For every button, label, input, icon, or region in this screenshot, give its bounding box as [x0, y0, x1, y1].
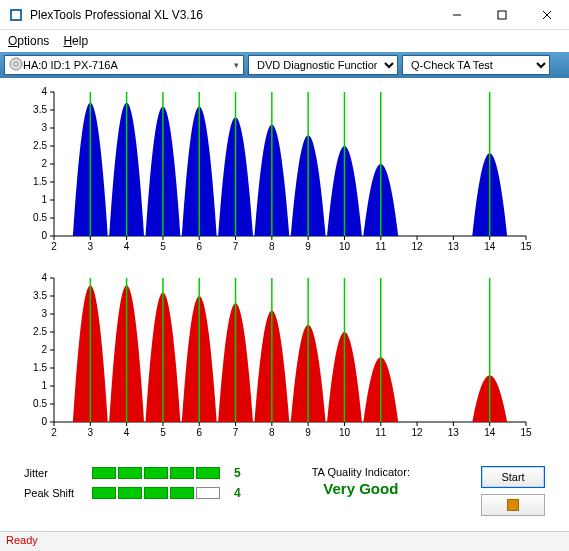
app-icon [8, 7, 24, 23]
svg-text:2.5: 2.5 [33, 326, 47, 337]
menubar: Options Help [0, 30, 569, 52]
meter-segment [118, 487, 142, 499]
test-selector[interactable]: Q-Check TA Test [402, 55, 550, 75]
svg-text:10: 10 [339, 241, 351, 252]
svg-text:0.5: 0.5 [33, 212, 47, 223]
menu-help[interactable]: Help [63, 34, 88, 48]
svg-text:1.5: 1.5 [33, 362, 47, 373]
svg-text:0: 0 [41, 230, 47, 241]
svg-text:8: 8 [269, 427, 275, 438]
svg-text:13: 13 [448, 427, 460, 438]
svg-text:2: 2 [51, 427, 57, 438]
svg-text:1.5: 1.5 [33, 176, 47, 187]
toolbar: HA:0 ID:1 PX-716A ▾ DVD Diagnostic Funct… [0, 52, 569, 78]
svg-text:13: 13 [448, 241, 460, 252]
svg-text:2: 2 [41, 158, 47, 169]
titlebar: PlexTools Professional XL V3.16 [0, 0, 569, 30]
svg-text:9: 9 [305, 241, 311, 252]
svg-text:5: 5 [160, 427, 166, 438]
svg-text:5: 5 [160, 241, 166, 252]
svg-text:10: 10 [339, 427, 351, 438]
svg-text:11: 11 [375, 427, 387, 438]
svg-rect-3 [498, 11, 506, 19]
svg-text:2.5: 2.5 [33, 140, 47, 151]
start-button[interactable]: Start [481, 466, 545, 488]
svg-text:11: 11 [375, 241, 387, 252]
peakshift-row: Peak Shift 4 [24, 486, 241, 500]
svg-text:4: 4 [41, 86, 47, 97]
svg-text:14: 14 [484, 427, 496, 438]
svg-text:15: 15 [520, 427, 532, 438]
meter-segment [196, 487, 220, 499]
quality-indicator-label: TA Quality Indicator: [312, 466, 410, 478]
chart-bottom: 00.511.522.533.5423456789101112131415 [16, 272, 553, 450]
meter-segment [196, 467, 220, 479]
drive-selector-label: HA:0 ID:1 PX-716A [23, 59, 118, 71]
svg-text:0.5: 0.5 [33, 398, 47, 409]
svg-text:3: 3 [88, 241, 94, 252]
metrics-panel: Jitter 5 Peak Shift 4 TA Quality Indicat… [0, 462, 569, 522]
menu-options[interactable]: Options [8, 34, 49, 48]
peakshift-label: Peak Shift [24, 487, 84, 499]
chevron-down-icon: ▾ [234, 60, 239, 70]
chart-top: 00.511.522.533.5423456789101112131415 [16, 86, 553, 264]
svg-text:4: 4 [124, 241, 130, 252]
chart-area: 00.511.522.533.5423456789101112131415 00… [0, 78, 569, 462]
svg-text:3: 3 [88, 427, 94, 438]
svg-text:3: 3 [41, 308, 47, 319]
svg-text:3.5: 3.5 [33, 290, 47, 301]
jitter-row: Jitter 5 [24, 466, 241, 480]
statusbar: Ready [0, 531, 569, 551]
svg-text:3.5: 3.5 [33, 104, 47, 115]
jitter-label: Jitter [24, 467, 84, 479]
stop-button[interactable] [481, 494, 545, 516]
svg-text:6: 6 [196, 241, 202, 252]
svg-text:14: 14 [484, 241, 496, 252]
meter-segment [144, 467, 168, 479]
functions-selector[interactable]: DVD Diagnostic Functions [248, 55, 398, 75]
meter-segment [92, 487, 116, 499]
svg-text:1: 1 [41, 194, 47, 205]
meter-segment [92, 467, 116, 479]
jitter-value: 5 [234, 466, 241, 480]
maximize-button[interactable] [479, 0, 524, 29]
svg-text:9: 9 [305, 427, 311, 438]
meter-segment [170, 467, 194, 479]
svg-text:2: 2 [41, 344, 47, 355]
jitter-meter [92, 467, 220, 479]
svg-rect-1 [12, 11, 20, 19]
disc-icon [9, 57, 23, 73]
peakshift-meter [92, 487, 220, 499]
quality-indicator-value: Very Good [323, 480, 398, 497]
minimize-button[interactable] [434, 0, 479, 29]
svg-text:3: 3 [41, 122, 47, 133]
svg-text:0: 0 [41, 416, 47, 427]
status-text: Ready [6, 534, 38, 546]
svg-text:1: 1 [41, 380, 47, 391]
meter-segment [118, 467, 142, 479]
meter-segment [144, 487, 168, 499]
meter-segment [170, 487, 194, 499]
svg-text:4: 4 [41, 272, 47, 283]
svg-text:15: 15 [520, 241, 532, 252]
svg-text:7: 7 [233, 241, 239, 252]
svg-point-7 [14, 62, 18, 66]
drive-selector[interactable]: HA:0 ID:1 PX-716A ▾ [4, 55, 244, 75]
svg-text:6: 6 [196, 427, 202, 438]
svg-text:4: 4 [124, 427, 130, 438]
svg-text:2: 2 [51, 241, 57, 252]
window-title: PlexTools Professional XL V3.16 [30, 8, 434, 22]
close-button[interactable] [524, 0, 569, 29]
svg-text:8: 8 [269, 241, 275, 252]
stop-icon [507, 499, 519, 511]
svg-text:7: 7 [233, 427, 239, 438]
svg-text:12: 12 [412, 427, 424, 438]
svg-text:12: 12 [412, 241, 424, 252]
window-controls [434, 0, 569, 29]
peakshift-value: 4 [234, 486, 241, 500]
